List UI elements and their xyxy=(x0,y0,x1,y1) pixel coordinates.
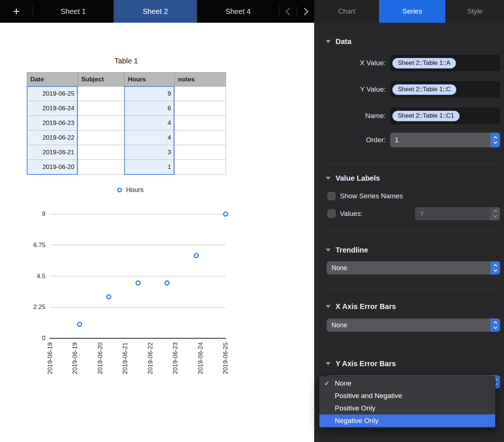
menu-item-positive-and-negative[interactable]: Positive and Negative xyxy=(319,390,495,402)
menu-item-positive-only[interactable]: Positive Only xyxy=(319,402,495,415)
column-header-subject[interactable]: Subject xyxy=(78,73,125,86)
table-cell[interactable] xyxy=(175,130,226,145)
gridline xyxy=(50,214,226,214)
table-cell[interactable] xyxy=(78,160,125,174)
section-title: Trendline xyxy=(336,246,368,254)
tab-style[interactable]: Style xyxy=(445,0,504,23)
values-axis-select: Y xyxy=(415,207,500,220)
next-sheet-button[interactable] xyxy=(297,0,314,23)
up-down-stepper-icon[interactable] xyxy=(490,318,500,332)
x-value-label: X Value: xyxy=(323,55,386,71)
x-value-field[interactable]: Sheet 2::Table 1::A xyxy=(390,55,500,71)
tab-series[interactable]: Series xyxy=(379,0,445,23)
table-cell[interactable]: 2019-06-22 xyxy=(27,130,78,145)
trendline-select[interactable]: None xyxy=(327,261,500,275)
x-tick-label: 2019-06-21 xyxy=(122,342,129,383)
up-down-stepper-icon[interactable] xyxy=(490,133,500,147)
data-point[interactable] xyxy=(223,211,228,217)
column-header-notes[interactable]: notes xyxy=(175,73,226,86)
table-cell[interactable] xyxy=(78,130,125,145)
add-sheet-button[interactable]: + xyxy=(0,0,33,23)
inspector-tabs: ChartSeriesStyle xyxy=(314,0,504,23)
column-header-date[interactable]: Date xyxy=(27,73,78,86)
disclosure-triangle-icon[interactable] xyxy=(326,40,331,43)
menu-item-negative-only[interactable]: Negative Only xyxy=(319,415,495,427)
table-cell[interactable] xyxy=(175,145,226,160)
table-cell[interactable] xyxy=(175,86,226,101)
data-point[interactable] xyxy=(164,280,170,286)
section-title: Data xyxy=(336,37,351,46)
table-cell[interactable] xyxy=(78,86,125,101)
disclosure-triangle-icon[interactable] xyxy=(326,362,331,365)
menu-item-none[interactable]: ✓None xyxy=(319,377,495,390)
chart-legend[interactable]: Hours xyxy=(117,186,144,194)
sheet-tab-sheet-1[interactable]: Sheet 1 xyxy=(33,0,114,23)
table-cell[interactable] xyxy=(175,160,226,174)
data-point[interactable] xyxy=(194,253,199,258)
x-tick-label: 2019-06-25 xyxy=(222,342,229,383)
disclosure-triangle-icon[interactable] xyxy=(326,177,331,180)
table-title[interactable]: Table 1 xyxy=(27,57,226,65)
table-cell[interactable]: 4 xyxy=(125,130,175,145)
table-cell[interactable]: 2019-06-20 xyxy=(27,160,78,174)
table-cell[interactable] xyxy=(175,116,226,130)
table-cell[interactable]: 9 xyxy=(125,86,175,101)
sheet-tab-sheet-2[interactable]: Sheet 2 xyxy=(114,0,197,23)
tab-chart[interactable]: Chart xyxy=(314,0,379,23)
table-cell[interactable]: 2019-06-24 xyxy=(27,101,78,116)
data-point[interactable] xyxy=(77,322,82,327)
table-cell[interactable]: 6 xyxy=(125,101,175,116)
x-axis-error-bars-select[interactable]: None xyxy=(327,318,500,332)
up-down-stepper-icon[interactable] xyxy=(490,261,500,275)
values-row: Values: xyxy=(327,207,363,220)
sheet-tabs: Sheet 1Sheet 2Sheet 4 xyxy=(33,0,279,23)
trendline-section-header[interactable]: Trendline xyxy=(326,245,368,255)
data-point[interactable] xyxy=(136,280,141,286)
x-tick-label: 2019-06-19 xyxy=(71,342,79,383)
table-cell[interactable]: 4 xyxy=(125,116,175,130)
disclosure-triangle-icon[interactable] xyxy=(326,305,331,308)
y-axis-error-bars-section-header[interactable]: Y Axis Error Bars xyxy=(326,359,396,368)
data-point[interactable] xyxy=(106,294,111,299)
table-row: 2019-06-213 xyxy=(27,145,226,160)
top-bar: + Sheet 1Sheet 2Sheet 4 ChartSeriesStyle xyxy=(0,0,504,23)
y-value-token[interactable]: Sheet 2::Table 1::C xyxy=(392,84,456,95)
menu-item-label: Positive and Negative xyxy=(335,392,402,400)
data-table: DateSubjectHoursnotes2019-06-2592019-06-… xyxy=(27,72,226,174)
x-axis-error-bars-section-header[interactable]: X Axis Error Bars xyxy=(326,302,396,311)
series-name-field[interactable]: Sheet 2::Table 1::C1 xyxy=(390,108,500,124)
y-tick-label: 4.5 xyxy=(21,272,45,280)
series-marker-icon xyxy=(117,188,122,192)
section-title: X Axis Error Bars xyxy=(336,302,396,311)
table-cell[interactable]: 2019-06-25 xyxy=(27,86,78,101)
y-tick-label: 2.25 xyxy=(21,303,45,311)
table-cell[interactable]: 2019-06-21 xyxy=(27,145,78,160)
disclosure-triangle-icon[interactable] xyxy=(326,248,331,252)
values-checkbox[interactable] xyxy=(327,210,336,218)
table-row: 2019-06-259 xyxy=(27,86,226,101)
table-cell[interactable] xyxy=(78,145,125,160)
order-stepper[interactable]: 1 xyxy=(390,133,500,147)
table-cell[interactable]: 1 xyxy=(125,160,175,174)
table-cell[interactable]: 2019-06-23 xyxy=(27,116,78,130)
series-name-token[interactable]: Sheet 2::Table 1::C1 xyxy=(392,111,460,121)
checkmark-icon: ✓ xyxy=(324,379,335,387)
order-label: Order: xyxy=(323,133,386,147)
table-cell[interactable] xyxy=(78,116,125,130)
y-value-field[interactable]: Sheet 2::Table 1::C xyxy=(390,81,500,97)
data-section-header[interactable]: Data xyxy=(326,37,351,46)
y-axis-error-bars-menu: ✓NonePositive and NegativePositive OnlyN… xyxy=(319,376,496,428)
values-label: Values: xyxy=(340,210,363,218)
prev-sheet-button[interactable] xyxy=(279,0,297,23)
column-header-hours[interactable]: Hours xyxy=(125,73,175,86)
table-cell[interactable]: 3 xyxy=(125,145,175,160)
table-cell[interactable] xyxy=(78,101,125,116)
x-value-token[interactable]: Sheet 2::Table 1::A xyxy=(392,58,456,69)
table-cell[interactable] xyxy=(175,101,226,116)
show-series-names-checkbox[interactable] xyxy=(327,192,336,200)
value-labels-section-header[interactable]: Value Labels xyxy=(326,173,380,183)
menu-item-label: Negative Only xyxy=(335,417,378,425)
sheet-tab-sheet-4[interactable]: Sheet 4 xyxy=(197,0,279,23)
table-row: 2019-06-201 xyxy=(27,160,226,174)
section-title: Value Labels xyxy=(336,174,380,183)
